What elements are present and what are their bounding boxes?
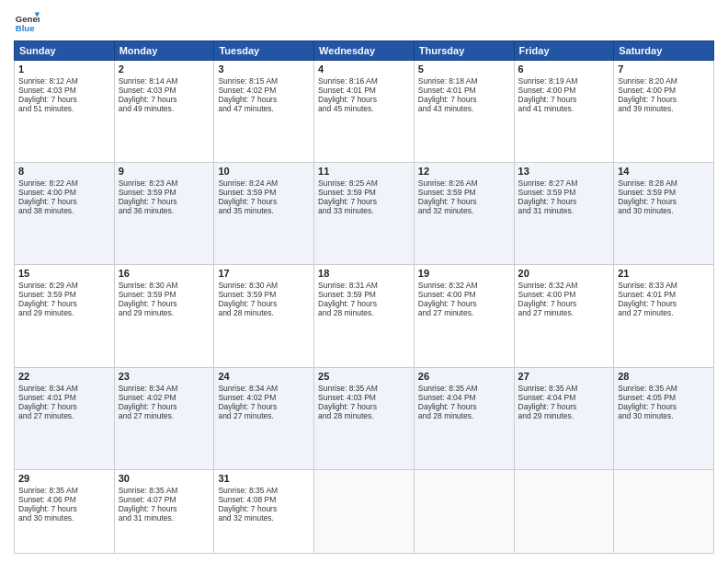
calendar-cell: 14Sunrise: 8:28 AMSunset: 3:59 PMDayligh… — [614, 163, 714, 265]
calendar-cell: 26Sunrise: 8:35 AMSunset: 4:04 PMDayligh… — [414, 367, 514, 469]
day-info: and 38 minutes. — [18, 206, 110, 215]
calendar-cell: 23Sunrise: 8:34 AMSunset: 4:02 PMDayligh… — [114, 367, 214, 469]
day-info: Daylight: 7 hours — [418, 299, 510, 308]
day-info: Daylight: 7 hours — [318, 299, 410, 308]
calendar-page: General Blue SundayMondayTuesdayWednesda… — [0, 0, 728, 563]
day-info: Sunrise: 8:20 AM — [618, 76, 710, 86]
calendar-cell: 15Sunrise: 8:29 AMSunset: 3:59 PMDayligh… — [15, 265, 115, 367]
day-info: Sunset: 4:00 PM — [18, 188, 110, 197]
day-info: Sunrise: 8:30 AM — [218, 281, 310, 290]
day-number: 13 — [518, 166, 610, 177]
day-info: Daylight: 7 hours — [18, 299, 110, 308]
day-info: Daylight: 7 hours — [518, 197, 610, 206]
day-info: Sunset: 4:00 PM — [518, 86, 610, 95]
calendar-table: SundayMondayTuesdayWednesdayThursdayFrid… — [14, 40, 714, 554]
day-info: Sunrise: 8:34 AM — [18, 384, 110, 393]
calendar-cell: 17Sunrise: 8:30 AMSunset: 3:59 PMDayligh… — [214, 265, 314, 367]
day-number: 14 — [618, 166, 710, 177]
day-info: Daylight: 7 hours — [18, 402, 110, 411]
day-info: and 27 minutes. — [518, 308, 610, 317]
calendar-cell: 6Sunrise: 8:19 AMSunset: 4:00 PMDaylight… — [514, 61, 614, 163]
calendar-cell: 9Sunrise: 8:23 AMSunset: 3:59 PMDaylight… — [114, 163, 214, 265]
day-number: 21 — [618, 268, 710, 279]
day-info: Daylight: 7 hours — [318, 95, 410, 104]
calendar-cell: 28Sunrise: 8:35 AMSunset: 4:05 PMDayligh… — [614, 367, 714, 469]
day-info: Sunset: 4:02 PM — [119, 393, 210, 402]
day-info: Sunset: 4:04 PM — [418, 393, 510, 402]
day-info: Sunrise: 8:15 AM — [218, 76, 310, 86]
day-info: and 49 minutes. — [119, 104, 210, 113]
day-info: Sunrise: 8:18 AM — [418, 76, 510, 86]
day-info: Daylight: 7 hours — [518, 299, 610, 308]
day-info: Sunrise: 8:12 AM — [18, 76, 110, 86]
day-info: and 47 minutes. — [218, 104, 310, 113]
day-info: Sunrise: 8:30 AM — [119, 281, 210, 290]
day-info: Sunset: 4:01 PM — [18, 393, 110, 402]
calendar-cell: 5Sunrise: 8:18 AMSunset: 4:01 PMDaylight… — [414, 61, 514, 163]
day-number: 24 — [218, 371, 310, 382]
day-number: 27 — [518, 371, 610, 382]
day-info: and 30 minutes. — [618, 411, 710, 420]
day-info: Sunset: 4:01 PM — [618, 290, 710, 299]
day-info: Sunrise: 8:31 AM — [318, 281, 410, 290]
weekday-header-monday: Monday — [114, 41, 214, 61]
day-info: and 27 minutes. — [418, 308, 510, 317]
day-info: Sunrise: 8:24 AM — [218, 178, 310, 188]
day-info: Sunrise: 8:35 AM — [618, 384, 710, 393]
day-info: Sunset: 4:08 PM — [218, 495, 310, 504]
day-info: and 29 minutes. — [119, 308, 210, 317]
calendar-cell: 7Sunrise: 8:20 AMSunset: 4:00 PMDaylight… — [614, 61, 714, 163]
day-number: 8 — [18, 166, 110, 177]
day-info: Sunrise: 8:28 AM — [618, 178, 710, 188]
day-info: and 27 minutes. — [218, 411, 310, 420]
weekday-header-sunday: Sunday — [15, 41, 115, 61]
calendar-cell: 21Sunrise: 8:33 AMSunset: 4:01 PMDayligh… — [614, 265, 714, 367]
day-info: and 32 minutes. — [218, 513, 310, 523]
day-info: and 30 minutes. — [18, 513, 110, 523]
day-info: Sunrise: 8:35 AM — [518, 384, 610, 393]
weekday-header-saturday: Saturday — [614, 41, 714, 61]
weekday-header-thursday: Thursday — [414, 41, 514, 61]
day-number: 30 — [119, 473, 210, 484]
day-number: 3 — [218, 63, 310, 75]
day-info: Daylight: 7 hours — [119, 402, 210, 411]
day-number: 9 — [119, 166, 210, 177]
day-number: 6 — [518, 63, 610, 75]
day-info: Daylight: 7 hours — [618, 197, 710, 206]
weekday-header-friday: Friday — [514, 41, 614, 61]
day-info: and 35 minutes. — [218, 206, 310, 215]
day-info: Sunrise: 8:23 AM — [119, 178, 210, 188]
day-info: Sunset: 3:59 PM — [418, 188, 510, 197]
day-number: 10 — [218, 166, 310, 177]
calendar-cell: 24Sunrise: 8:34 AMSunset: 4:02 PMDayligh… — [214, 367, 314, 469]
day-info: Daylight: 7 hours — [18, 95, 110, 104]
day-info: Daylight: 7 hours — [18, 197, 110, 206]
day-info: Sunset: 3:59 PM — [318, 290, 410, 299]
day-info: Sunset: 3:59 PM — [518, 188, 610, 197]
day-info: Sunset: 4:01 PM — [418, 86, 510, 95]
day-info: Daylight: 7 hours — [218, 95, 310, 104]
day-number: 26 — [418, 371, 510, 382]
day-info: and 28 minutes. — [418, 411, 510, 420]
day-info: Sunset: 4:00 PM — [618, 86, 710, 95]
day-info: Sunrise: 8:35 AM — [119, 486, 210, 495]
day-info: Sunrise: 8:32 AM — [518, 281, 610, 290]
day-info: and 30 minutes. — [618, 206, 710, 215]
day-info: and 28 minutes. — [318, 411, 410, 420]
day-info: Sunrise: 8:22 AM — [18, 178, 110, 188]
day-info: Daylight: 7 hours — [218, 402, 310, 411]
day-info: Daylight: 7 hours — [418, 197, 510, 206]
day-info: and 27 minutes. — [119, 411, 210, 420]
calendar-cell: 22Sunrise: 8:34 AMSunset: 4:01 PMDayligh… — [15, 367, 115, 469]
calendar-cell: 4Sunrise: 8:16 AMSunset: 4:01 PMDaylight… — [314, 61, 415, 163]
day-number: 22 — [18, 371, 110, 382]
day-number: 12 — [418, 166, 510, 177]
day-info: Sunset: 4:07 PM — [119, 495, 210, 504]
day-info: and 33 minutes. — [318, 206, 410, 215]
day-info: Daylight: 7 hours — [518, 95, 610, 104]
day-info: Sunset: 3:59 PM — [119, 188, 210, 197]
day-info: Sunset: 4:00 PM — [418, 290, 510, 299]
day-info: Daylight: 7 hours — [18, 504, 110, 513]
day-info: and 28 minutes. — [318, 308, 410, 317]
day-info: Daylight: 7 hours — [119, 95, 210, 104]
